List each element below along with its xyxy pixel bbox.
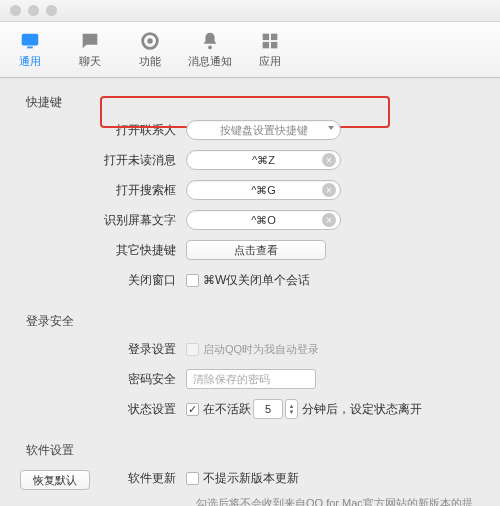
- clear-icon[interactable]: ×: [322, 213, 336, 227]
- tab-notifications[interactable]: 消息通知: [180, 22, 240, 77]
- label-password-safety: 密码安全: [26, 371, 186, 388]
- chat-icon: [79, 30, 101, 52]
- svg-rect-1: [27, 47, 33, 49]
- checkbox-suppress-update-label: 不提示新版本更新: [203, 470, 299, 487]
- svg-point-4: [208, 46, 212, 50]
- tab-label: 消息通知: [188, 54, 232, 69]
- clear-icon[interactable]: ×: [322, 153, 336, 167]
- checkbox-auto-login-label: 启动QQ时为我自动登录: [203, 342, 319, 357]
- label-other-shortcuts: 其它快捷键: [26, 242, 186, 259]
- clear-saved-password-field[interactable]: 清除保存的密码: [186, 369, 316, 389]
- tab-chat[interactable]: 聊天: [60, 22, 120, 77]
- label-close-window: 关闭窗口: [26, 272, 186, 289]
- label-open-search: 打开搜索框: [26, 182, 186, 199]
- svg-rect-7: [263, 42, 269, 48]
- svg-rect-0: [22, 34, 39, 46]
- checkbox-close-single-session[interactable]: [186, 274, 199, 287]
- bell-icon: [199, 30, 221, 52]
- display-icon: [19, 30, 41, 52]
- svg-point-3: [147, 38, 153, 44]
- tab-label: 通用: [19, 54, 41, 69]
- shortcut-open-contacts-field[interactable]: 按键盘设置快捷键: [186, 120, 341, 140]
- checkbox-close-label: ⌘W仅关闭单个会话: [203, 272, 310, 289]
- shortcut-open-search-field[interactable]: ^⌘G ×: [186, 180, 341, 200]
- shortcut-ocr-field[interactable]: ^⌘O ×: [186, 210, 341, 230]
- shortcut-open-unread-field[interactable]: ^⌘Z ×: [186, 150, 341, 170]
- status-post-text: 分钟后，设定状态离开: [302, 401, 422, 418]
- label-status-settings: 状态设置: [26, 401, 186, 418]
- tab-label: 应用: [259, 54, 281, 69]
- preferences-window: 通用 聊天 功能 消息通知 应用 快捷键: [0, 0, 500, 506]
- label-open-unread: 打开未读消息: [26, 152, 186, 169]
- tab-features[interactable]: 功能: [120, 22, 180, 77]
- tab-label: 功能: [139, 54, 161, 69]
- idle-minutes-stepper[interactable]: 5: [253, 399, 283, 419]
- tab-label: 聊天: [79, 54, 101, 69]
- restore-defaults-button[interactable]: 恢复默认: [20, 470, 90, 490]
- svg-rect-5: [263, 34, 269, 40]
- chevron-down-icon: [328, 126, 334, 130]
- view-other-shortcuts-button[interactable]: 点击查看: [186, 240, 326, 260]
- checkbox-idle-status[interactable]: [186, 403, 199, 416]
- section-software-title: 软件设置: [26, 442, 480, 459]
- section-login-title: 登录安全: [26, 313, 480, 330]
- update-help-text: 勾选后将不会收到来自QQ for Mac官方网站的新版本的提醒。: [196, 495, 480, 506]
- titlebar: [0, 0, 500, 22]
- close-icon[interactable]: [10, 5, 21, 16]
- label-login-settings: 登录设置: [26, 341, 186, 358]
- checkbox-suppress-update[interactable]: [186, 472, 199, 485]
- status-pre-text: 在不活跃: [203, 401, 251, 418]
- zoom-icon[interactable]: [46, 5, 57, 16]
- checkbox-auto-login: [186, 343, 199, 356]
- label-ocr-screen: 识别屏幕文字: [26, 212, 186, 229]
- apps-icon: [259, 30, 281, 52]
- svg-rect-6: [271, 34, 277, 40]
- gear-icon: [139, 30, 161, 52]
- toolbar: 通用 聊天 功能 消息通知 应用: [0, 22, 500, 78]
- minimize-icon[interactable]: [28, 5, 39, 16]
- tab-apps[interactable]: 应用: [240, 22, 300, 77]
- clear-icon[interactable]: ×: [322, 183, 336, 197]
- content: 快捷键 打开联系人 按键盘设置快捷键 打开未读消息 ^⌘Z × 打开搜索框 ^⌘…: [0, 78, 500, 506]
- stepper-arrows-icon[interactable]: ▲▼: [285, 399, 298, 419]
- svg-rect-8: [271, 42, 277, 48]
- tab-general[interactable]: 通用: [0, 22, 60, 77]
- footer: 恢复默认: [20, 470, 90, 490]
